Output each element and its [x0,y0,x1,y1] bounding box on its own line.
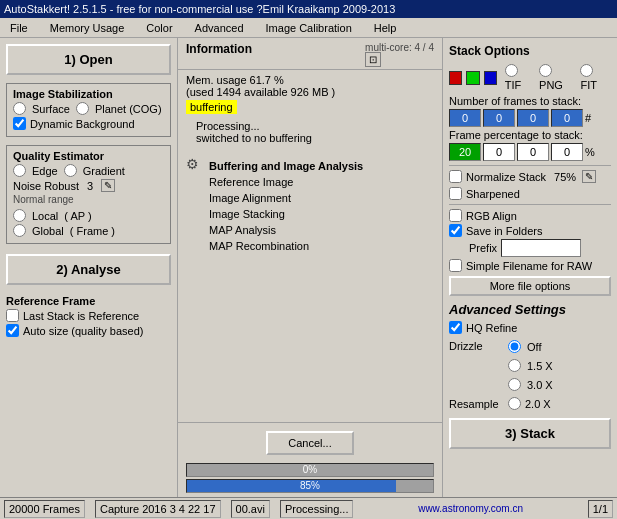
sharpened-checkbox[interactable] [449,187,462,200]
simple-filename-row: Simple Filename for RAW [449,259,611,272]
resample-radio[interactable] [508,397,521,410]
normalize-checkbox[interactable] [449,170,462,183]
menu-color[interactable]: Color [140,20,178,36]
normalize-edit-icon[interactable]: ✎ [582,170,596,183]
dynamic-bg-row: Dynamic Background [13,117,164,130]
progress-label-2: 85% [187,480,433,491]
frame-input-4[interactable] [551,109,583,127]
surface-radio[interactable] [13,102,26,115]
progress-area: 0% 85% [178,463,442,497]
gradient-label: Gradient [83,165,125,177]
main-container: 1) Open Image Stabilization Surface Plan… [0,38,617,497]
stack-options-title: Stack Options [449,44,611,58]
fit-radio-row: FIT [580,64,611,91]
menu-help[interactable]: Help [368,20,403,36]
tif-radio[interactable] [505,64,518,77]
blue-swatch[interactable] [484,71,497,85]
analysis-item-stacking[interactable]: Image Stacking [205,206,367,222]
gradient-radio[interactable] [64,164,77,177]
more-file-options-button[interactable]: More file options [449,276,611,296]
menu-advanced[interactable]: Advanced [189,20,250,36]
open-button[interactable]: 1) Open [6,44,171,75]
prefix-input[interactable] [501,239,581,257]
analyse-button[interactable]: 2) Analyse [6,254,171,285]
green-swatch[interactable] [466,71,479,85]
save-folders-label: Save in Folders [466,225,542,237]
local-radio[interactable] [13,209,26,222]
center-panel: Information multi-core: 4 / 4 ⊡ Mem. usa… [178,38,443,497]
drizzle-section: Drizzle Off 1.5 X 3.0 X [449,338,611,393]
advanced-settings-title: Advanced Settings [449,302,611,317]
global-radio[interactable] [13,224,26,237]
pct-input-3[interactable] [517,143,549,161]
png-label: PNG [539,79,563,91]
last-stack-checkbox[interactable] [6,309,19,322]
progress-bar-1: 0% [186,463,434,477]
noise-edit-icon[interactable]: ✎ [101,179,115,192]
stack-button[interactable]: 3) Stack [449,418,611,449]
menu-file[interactable]: File [4,20,34,36]
sharpened-label: Sharpened [466,188,520,200]
status-file: 00.avi [231,500,270,518]
prefix-label: Prefix [469,242,497,254]
frame-input-2[interactable] [483,109,515,127]
normal-range-label: Normal range [13,194,164,205]
pct-hash: % [585,146,595,158]
frame-label: ( Frame ) [70,225,115,237]
drizzle-label: Drizzle [449,340,504,352]
surface-radio-row: Surface Planet (COG) [13,102,164,115]
auto-size-checkbox[interactable] [6,324,19,337]
analysis-item-alignment[interactable]: Image Alignment [205,190,367,206]
analysis-item-map[interactable]: MAP Analysis [205,222,367,238]
fit-radio[interactable] [580,64,593,77]
ap-label: ( AP ) [64,210,91,222]
pct-input-2[interactable] [483,143,515,161]
pct-input-1[interactable] [449,143,481,161]
info-header: Information multi-core: 4 / 4 ⊡ [178,38,442,70]
png-radio[interactable] [539,64,552,77]
drizzle-1x-label: 1.5 X [527,360,553,372]
local-label: Local [32,210,58,222]
simple-filename-checkbox[interactable] [449,259,462,272]
save-folders-checkbox[interactable] [449,224,462,237]
frame-input-1[interactable] [449,109,481,127]
last-stack-row: Last Stack is Reference [6,309,171,322]
drizzle-1x-row: 1.5 X [508,359,553,372]
hq-refine-row: HQ Refine [449,321,611,334]
frames-to-stack-row: Number of frames to stack: [449,95,611,107]
analysis-item-buffering[interactable]: Buffering and Image Analysis [205,158,367,174]
auto-size-row: Auto size (quality based) [6,324,171,337]
pct-input-4[interactable] [551,143,583,161]
planet-radio[interactable] [76,102,89,115]
red-swatch[interactable] [449,71,462,85]
frames-hash: # [585,112,591,124]
drizzle-off-radio[interactable] [508,340,521,353]
drizzle-3x-radio[interactable] [508,378,521,391]
pct-inputs-row: % [449,143,611,161]
drizzle-1x-radio[interactable] [508,359,521,372]
simple-filename-label: Simple Filename for RAW [466,260,592,272]
expand-button[interactable]: ⊡ [365,52,381,67]
menu-image-calibration[interactable]: Image Calibration [260,20,358,36]
hq-refine-checkbox[interactable] [449,321,462,334]
drizzle-3x-row: 3.0 X [508,378,553,391]
progress-bar-2: 85% [186,479,434,493]
rgb-align-checkbox[interactable] [449,209,462,222]
hq-refine-label: HQ Refine [466,322,517,334]
analysis-item-recombination[interactable]: MAP Recombination [205,238,367,254]
normalize-label: Normalize Stack [466,171,546,183]
normalize-row: Normalize Stack 75% ✎ [449,170,611,183]
edge-radio[interactable] [13,164,26,177]
noise-label: Noise Robust [13,180,79,192]
status-bar: 20000 Frames Capture 2016 3 4 22 17 00.a… [0,497,617,519]
analysis-item-reference[interactable]: Reference Image [205,174,367,190]
status-frames: 20000 Frames [4,500,85,518]
cancel-button[interactable]: Cancel... [266,431,353,455]
frame-input-3[interactable] [517,109,549,127]
dynamic-bg-checkbox[interactable] [13,117,26,130]
surface-label: Surface [32,103,70,115]
menu-memory-usage[interactable]: Memory Usage [44,20,131,36]
pct-to-stack-row: Frame percentage to stack: [449,129,611,141]
edge-gradient-row: Edge Gradient [13,164,164,177]
divider-2 [449,204,611,205]
